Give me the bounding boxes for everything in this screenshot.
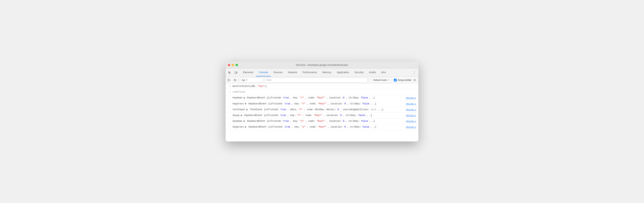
event-name: keydown	[232, 96, 244, 99]
prop-value: true	[280, 114, 286, 117]
minimize-button[interactable]	[232, 64, 234, 66]
row-gutter	[226, 113, 232, 114]
prop-sep: , code:	[307, 102, 318, 105]
expand-icon[interactable]	[244, 97, 245, 99]
group-similar-label[interactable]: Group similar	[398, 79, 412, 81]
tab-application[interactable]: Application	[334, 69, 352, 76]
prop-ctrl-val: false	[361, 120, 368, 123]
tab-console[interactable]: Console	[256, 69, 271, 76]
undefined-text: undefined	[232, 91, 245, 93]
expand-icon[interactable]	[245, 126, 246, 128]
prop-sep: , code:	[307, 126, 318, 128]
settings-button[interactable]	[412, 78, 417, 83]
prop-loc-val: 0	[340, 114, 342, 117]
prop-code-val: "KeyY"	[316, 120, 325, 123]
code-string: "key"	[258, 85, 264, 88]
prop-sep: , code:	[306, 96, 316, 99]
group-similar-checkbox[interactable]	[394, 79, 396, 81]
prop-sep: , key:	[292, 102, 301, 105]
tab-axe[interactable]: aXe	[378, 69, 388, 76]
row-gutter	[226, 119, 232, 119]
nav-tabs-bar: Elements Console Sources Network Perform…	[226, 69, 418, 77]
tab-sources[interactable]: Sources	[271, 69, 285, 76]
context-selector[interactable]: top ▼	[240, 78, 263, 83]
prop-end: , …}	[366, 114, 372, 117]
row-content-keypress-t[interactable]: keypress KeyboardEvent {isTrusted: true …	[232, 102, 406, 106]
prop-value: true	[280, 108, 286, 111]
tab-elements[interactable]: Elements	[240, 69, 256, 76]
more-tabs-button[interactable]: ⋮	[412, 70, 417, 75]
prop-sep: , ctrlKey:	[346, 120, 361, 123]
row-content-textinput-t[interactable]: textInput TextEvent {isTrusted: true , d…	[232, 107, 406, 112]
output-indicator: <	[229, 90, 230, 94]
prop-value: true	[284, 126, 290, 128]
nav-icon-group	[227, 70, 239, 75]
source-link-6[interactable]: VM1240:1	[406, 125, 418, 129]
console-row-textinput-t: textInput TextEvent {isTrusted: true , d…	[226, 107, 418, 113]
close-button[interactable]	[228, 64, 230, 66]
code-text: );	[264, 85, 267, 88]
expand-icon[interactable]	[245, 103, 246, 105]
source-link-2[interactable]: VM1240:1	[406, 102, 418, 106]
prop-key-val: "t"	[300, 96, 304, 99]
window-title: DevTools - developers.google.com/web/sho…	[296, 64, 348, 66]
inspect-element-button[interactable]	[227, 70, 232, 75]
row-content-keyup-t[interactable]: keyup KeyboardEvent {isTrusted: true , k…	[232, 113, 406, 118]
prop-code-val: "KeyT"	[316, 96, 325, 99]
tab-audits[interactable]: Audits	[366, 69, 378, 76]
row-content-keydown-t[interactable]: keydown KeyboardEvent {isTrusted: true ,…	[232, 96, 406, 100]
prop-code-val: "KeyY"	[318, 126, 326, 128]
expand-icon[interactable]	[241, 114, 242, 116]
devtools-window: DevTools - developers.google.com/web/sho…	[226, 62, 418, 141]
svg-rect-1	[236, 72, 237, 73]
event-brace: {isTrusted:	[264, 108, 280, 111]
event-name: textInput	[232, 108, 246, 111]
prop-sep: , sourceCapabilities:	[340, 108, 370, 111]
source-link-4[interactable]: VM1240:1	[406, 113, 418, 117]
maximize-button[interactable]	[236, 64, 238, 66]
prop-sep: , code:	[303, 114, 314, 117]
event-brace: {isTrusted:	[267, 120, 283, 123]
clear-console-button[interactable]	[227, 78, 232, 83]
levels-selector[interactable]: Default levels ▼	[372, 78, 392, 83]
prop-sep: , code:	[306, 120, 316, 123]
prop-value: true	[283, 96, 289, 99]
console-row-undefined: < undefined	[226, 89, 418, 95]
filter-input[interactable]	[265, 78, 368, 83]
event-name: keydown	[232, 120, 244, 123]
row-content-input: monitorEvents($0, "key");	[232, 84, 418, 89]
device-toolbar-button[interactable]	[233, 70, 239, 75]
prop-sep: , location:	[326, 120, 343, 123]
prop-end: , …}	[370, 96, 375, 99]
expand-icon[interactable]	[246, 109, 248, 111]
svg-line-6	[234, 79, 236, 81]
tab-performance[interactable]: Performance	[300, 69, 320, 76]
prop-key-val: "t"	[297, 114, 301, 117]
prop-value: true	[284, 102, 290, 105]
event-type: TextEvent	[250, 108, 264, 111]
prop-key-val: "y"	[300, 120, 304, 123]
prop-ctrl-val: false	[362, 102, 370, 105]
source-link-3[interactable]: VM1240:1	[406, 107, 418, 112]
source-link-5[interactable]: VM1240:1	[406, 119, 418, 123]
row-content-keypress-y[interactable]: keypress KeyboardEvent {isTrusted: true …	[232, 125, 406, 129]
tab-memory[interactable]: Memory	[320, 69, 334, 76]
row-gutter	[226, 96, 232, 96]
expand-icon[interactable]	[244, 120, 245, 122]
prop-sep: , location:	[328, 102, 344, 105]
prop-sep: , ctrlKey:	[347, 102, 362, 105]
row-gutter	[226, 102, 232, 102]
source-link-1[interactable]: VM1240:1	[406, 96, 418, 100]
prop-end: , …}	[370, 120, 375, 123]
prop-sep: , ctrlKey:	[347, 126, 362, 128]
event-type: KeyboardEvent	[244, 114, 264, 117]
prop-sep: , ctrlKey:	[343, 114, 358, 117]
prop-sep: , location:	[324, 114, 340, 117]
event-brace: {isTrusted:	[267, 96, 283, 99]
row-content-keydown-y[interactable]: keydown KeyboardEvent {isTrusted: true ,…	[232, 119, 406, 123]
tab-security[interactable]: Security	[352, 69, 366, 76]
prop-sep: , location:	[328, 126, 344, 128]
traffic-lights	[228, 64, 238, 66]
block-button[interactable]	[232, 78, 238, 83]
tab-network[interactable]: Network	[285, 69, 300, 76]
